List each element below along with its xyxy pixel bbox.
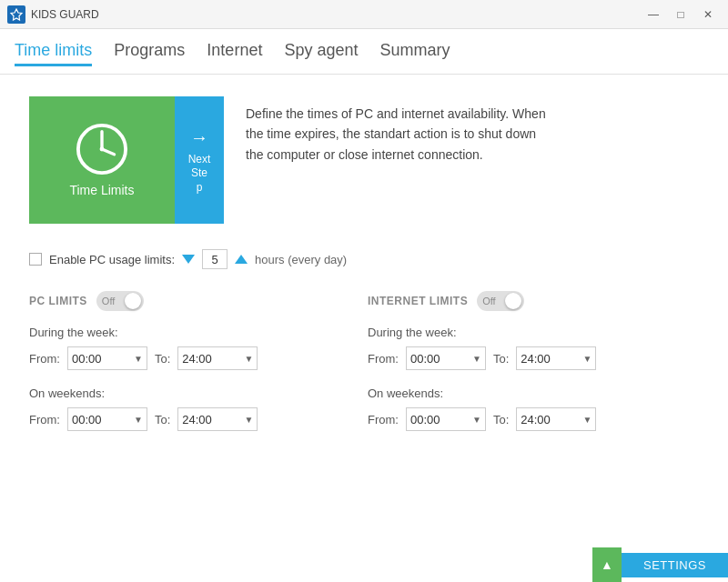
pc-limits-title: PC LIMITS — [29, 295, 87, 307]
internet-weekend-from-value: 00:00 — [410, 413, 472, 426]
pc-week-label: During the week: — [29, 326, 360, 339]
clock-icon — [76, 123, 128, 176]
enable-pc-limits-checkbox[interactable] — [29, 253, 42, 266]
app-icon — [7, 5, 25, 24]
main-content: Time Limits → NextStep Define the times … — [0, 75, 728, 582]
hours-label: hours (every day) — [255, 253, 347, 266]
internet-weekend-fields: From: 00:00 ▼ To: 24:00 ▼ — [368, 407, 699, 431]
internet-week-from-arrow: ▼ — [472, 354, 481, 364]
internet-weekend-from-label: From: — [368, 413, 399, 426]
internet-limits-toggle[interactable]: Off — [477, 291, 524, 311]
pc-weekend-to-label: To: — [155, 413, 170, 426]
title-bar: KIDS GUARD — □ ✕ — [0, 0, 728, 29]
pc-limits-toggle[interactable]: Off — [96, 291, 144, 311]
pc-usage-value: 5 — [202, 249, 228, 269]
pc-weekend-from-value: 00:00 — [72, 413, 134, 426]
settings-expand-icon[interactable]: ▲ — [592, 547, 622, 582]
pc-week-from-value: 00:00 — [72, 352, 134, 366]
internet-week-to-select[interactable]: 24:00 ▼ — [516, 346, 596, 370]
hero-card: Time Limits → NextStep — [29, 96, 224, 224]
pc-week-fields: From: 00:00 ▼ To: 24:00 ▼ — [29, 346, 360, 370]
pc-week-to-select[interactable]: 24:00 ▼ — [177, 346, 258, 370]
tab-time-limits[interactable]: Time limits — [15, 37, 92, 66]
tab-programs[interactable]: Programs — [114, 37, 185, 66]
internet-week-section: During the week: From: 00:00 ▼ To: 24:00… — [368, 326, 699, 370]
pc-limits-toggle-knob — [125, 293, 141, 309]
pc-limits-column: PC LIMITS Off During the week: From: 00:… — [29, 291, 360, 447]
pc-weekend-to-select[interactable]: 24:00 ▼ — [177, 407, 258, 431]
pc-weekend-from-label: From: — [29, 413, 60, 426]
svg-point-3 — [100, 147, 105, 152]
pc-weekend-label: On weekends: — [29, 386, 360, 400]
hero-label: Time Limits — [69, 183, 134, 197]
tab-summary[interactable]: Summary — [379, 37, 450, 66]
stepper-down-button[interactable] — [182, 253, 195, 266]
internet-weekend-to-select[interactable]: 24:00 ▼ — [516, 407, 596, 431]
internet-weekend-section: On weekends: From: 00:00 ▼ To: 24:00 ▼ — [368, 386, 699, 431]
enable-pc-limits-label: Enable PC usage limits: — [49, 253, 175, 266]
arrow-up-icon: ▲ — [601, 557, 613, 572]
internet-week-to-arrow: ▼ — [582, 354, 592, 364]
hero-next-label: NextStep — [188, 153, 211, 196]
pc-limits-header: PC LIMITS Off — [29, 291, 360, 311]
pc-week-to-label: To: — [155, 352, 170, 366]
hero-description: Define the times of PC and internet avai… — [246, 96, 555, 165]
triangle-up-icon — [235, 255, 248, 264]
app-title: KIDS GUARD — [31, 8, 641, 21]
tab-spy-agent[interactable]: Spy agent — [284, 37, 358, 66]
internet-weekend-to-arrow: ▼ — [582, 415, 592, 425]
pc-weekend-to-value: 24:00 — [182, 413, 244, 426]
internet-limits-column: INTERNET LIMITS Off During the week: Fro… — [360, 291, 699, 447]
hero-next-button[interactable]: → NextStep — [175, 96, 224, 224]
minimize-button[interactable]: — — [641, 5, 666, 24]
pc-weekend-fields: From: 00:00 ▼ To: 24:00 ▼ — [29, 407, 360, 431]
maximize-button[interactable]: □ — [668, 5, 693, 24]
pc-weekend-to-arrow: ▼ — [244, 415, 253, 425]
pc-week-to-arrow: ▼ — [244, 354, 253, 364]
close-button[interactable]: ✕ — [695, 5, 721, 24]
hero-green-panel: Time Limits — [29, 96, 175, 224]
enable-row: Enable PC usage limits: 5 hours (every d… — [29, 249, 699, 269]
internet-week-to-value: 24:00 — [521, 352, 582, 366]
internet-limits-toggle-knob — [505, 293, 521, 309]
hero-next-arrow: → — [190, 125, 208, 149]
internet-week-to-label: To: — [493, 352, 509, 366]
internet-week-from-select[interactable]: 00:00 ▼ — [406, 346, 486, 370]
pc-weekend-from-select[interactable]: 00:00 ▼ — [67, 407, 147, 431]
internet-limits-title: INTERNET LIMITS — [368, 295, 468, 307]
triangle-down-icon — [182, 255, 195, 264]
settings-bar: ▲ SETTINGS — [592, 547, 728, 582]
pc-week-from-arrow: ▼ — [134, 354, 143, 364]
settings-button[interactable]: SETTINGS — [622, 553, 728, 577]
internet-weekend-from-arrow: ▼ — [472, 415, 481, 425]
internet-weekend-label: On weekends: — [368, 386, 699, 400]
internet-week-from-label: From: — [368, 352, 399, 366]
window-controls: — □ ✕ — [641, 5, 721, 24]
internet-limits-toggle-text: Off — [482, 296, 495, 306]
tab-internet[interactable]: Internet — [207, 37, 262, 66]
internet-week-fields: From: 00:00 ▼ To: 24:00 ▼ — [368, 346, 699, 370]
pc-week-from-select[interactable]: 00:00 ▼ — [67, 346, 147, 370]
nav-tabs: Time limits Programs Internet Spy agent … — [0, 29, 728, 75]
pc-weekend-section: On weekends: From: 00:00 ▼ To: 24:00 ▼ — [29, 386, 360, 431]
internet-week-from-value: 00:00 — [410, 352, 472, 366]
hero-section: Time Limits → NextStep Define the times … — [29, 96, 699, 224]
pc-week-from-label: From: — [29, 352, 60, 366]
internet-limits-header: INTERNET LIMITS Off — [368, 291, 699, 311]
pc-week-section: During the week: From: 00:00 ▼ To: 24:00… — [29, 326, 360, 370]
pc-limits-toggle-text: Off — [102, 296, 115, 306]
pc-week-to-value: 24:00 — [182, 352, 244, 366]
pc-weekend-from-arrow: ▼ — [134, 415, 143, 425]
stepper-up-button[interactable] — [235, 253, 248, 266]
internet-weekend-to-label: To: — [493, 413, 509, 426]
internet-week-label: During the week: — [368, 326, 699, 339]
internet-weekend-from-select[interactable]: 00:00 ▼ — [406, 407, 486, 431]
limits-columns: PC LIMITS Off During the week: From: 00:… — [29, 291, 699, 447]
internet-weekend-to-value: 24:00 — [521, 413, 582, 426]
